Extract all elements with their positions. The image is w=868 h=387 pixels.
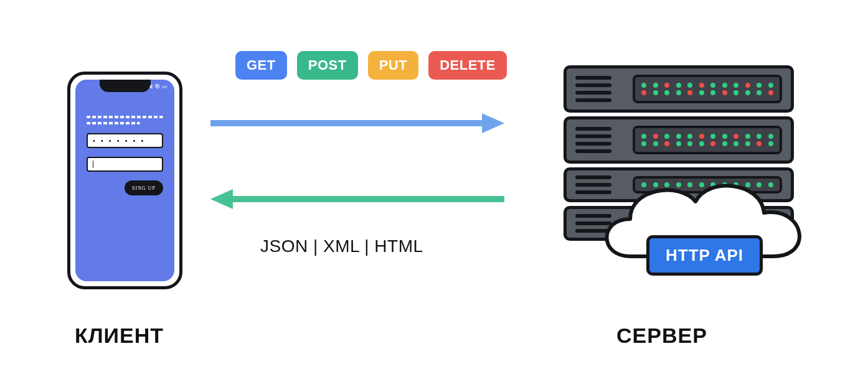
password-field[interactable]: • • • • • • • xyxy=(87,133,163,148)
response-formats: JSON | XML | HTML xyxy=(260,236,423,256)
method-get-label: GET xyxy=(247,57,276,73)
svg-marker-3 xyxy=(210,189,233,209)
login-form: • • • • • • • SING UP xyxy=(87,116,163,195)
phone-body: ııl ⦿ ▭ • • • • • • • SING UP xyxy=(67,72,182,289)
method-delete-label: DELETE xyxy=(440,57,496,73)
server-label: СЕРВЕР xyxy=(616,324,707,348)
server-rack-2 xyxy=(564,116,794,164)
wifi-icon: ⦿ xyxy=(154,83,159,90)
method-post-badge: POST xyxy=(297,51,358,80)
arrow-left-icon xyxy=(210,187,504,212)
led-row xyxy=(641,141,773,146)
response-arrow xyxy=(210,187,504,212)
text-field[interactable] xyxy=(87,157,163,172)
method-put-badge: PUT xyxy=(368,51,419,80)
battery-icon: ▭ xyxy=(162,83,167,90)
client-label: КЛИЕНТ xyxy=(75,324,164,348)
method-get-badge: GET xyxy=(235,51,287,80)
form-subtitle-line xyxy=(87,122,140,124)
arrow-right-icon xyxy=(210,111,504,136)
client-phone: ııl ⦿ ▭ • • • • • • • SING UP xyxy=(67,72,182,289)
rack-vents xyxy=(575,127,611,153)
led-row xyxy=(641,90,773,95)
http-methods: GET POST PUT DELETE xyxy=(235,51,507,80)
rack-vents xyxy=(575,76,611,102)
http-api-label: HTTP API xyxy=(666,246,743,264)
signup-button[interactable]: SING UP xyxy=(125,180,163,195)
phone-status-bar: ııl ⦿ ▭ xyxy=(149,83,167,90)
led-row xyxy=(641,134,773,139)
svg-marker-1 xyxy=(482,113,504,133)
method-delete-badge: DELETE xyxy=(428,51,507,80)
http-api-badge: HTTP API xyxy=(646,235,763,276)
led-row xyxy=(641,83,773,88)
signup-label: SING UP xyxy=(132,185,156,191)
password-value: • • • • • • • xyxy=(93,137,145,144)
rack-leds xyxy=(633,75,782,103)
method-put-label: PUT xyxy=(379,57,408,73)
signal-icon: ııl xyxy=(149,83,152,90)
method-post-label: POST xyxy=(308,57,347,73)
rack-leds xyxy=(633,126,782,154)
form-title-line xyxy=(87,116,163,118)
phone-notch xyxy=(100,80,151,92)
phone-screen: ııl ⦿ ▭ • • • • • • • SING UP xyxy=(75,80,174,281)
diagram-stage: ııl ⦿ ▭ • • • • • • • SING UP КЛИЕ xyxy=(0,0,868,387)
server-rack-1 xyxy=(564,65,794,113)
request-arrow xyxy=(210,111,504,136)
cloud-api: HTTP API xyxy=(587,163,817,294)
